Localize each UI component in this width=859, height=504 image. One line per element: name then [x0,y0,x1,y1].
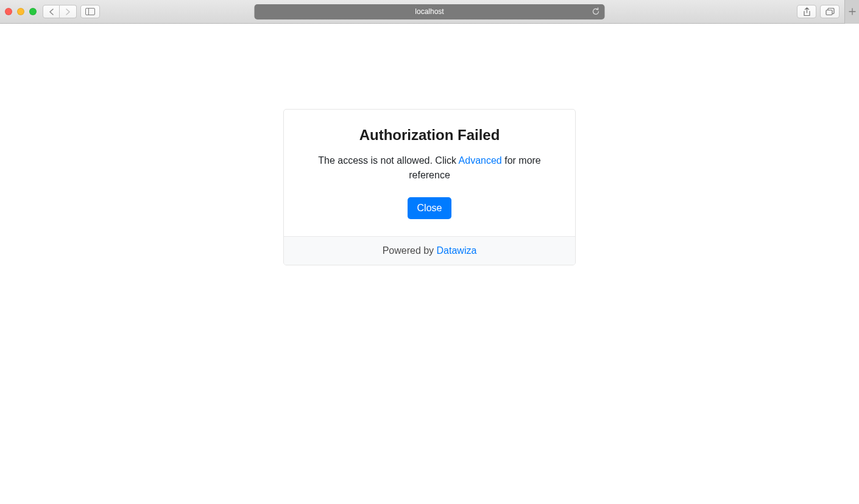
address-bar[interactable]: localhost [255,4,605,19]
page-content: Authorization Failed The access is not a… [0,24,859,504]
toolbar-right [797,0,854,24]
forward-button[interactable] [60,5,77,18]
plus-icon [849,8,856,15]
reload-button[interactable] [592,7,600,16]
share-icon [803,7,811,16]
chevron-right-icon [65,9,71,15]
browser-toolbar: localhost [0,0,859,24]
close-window-button[interactable] [5,8,12,15]
chevron-left-icon [49,9,54,15]
back-button[interactable] [43,5,60,18]
reload-icon [592,7,600,16]
dialog-message: The access is not allowed. Click Advance… [302,153,557,183]
tabs-button[interactable] [820,5,840,18]
window-controls [5,8,37,15]
dialog-body: Authorization Failed The access is not a… [284,110,575,236]
svg-rect-0 [86,9,95,15]
share-button[interactable] [797,5,816,18]
close-button[interactable]: Close [408,197,452,219]
dialog-title: Authorization Failed [302,127,557,144]
advanced-link[interactable]: Advanced [459,155,502,166]
svg-rect-2 [826,10,832,15]
navigation-buttons [43,5,77,18]
dialog-footer: Powered by Datawiza [284,236,575,265]
powered-by-text: Powered by [383,245,437,256]
authorization-dialog: Authorization Failed The access is not a… [283,109,576,265]
message-text-before: The access is not allowed. Click [318,155,458,166]
new-tab-button[interactable] [844,0,859,24]
url-text: localhost [415,7,444,16]
tabs-icon [825,8,835,16]
sidebar-icon [85,8,95,15]
maximize-window-button[interactable] [29,8,37,15]
minimize-window-button[interactable] [17,8,24,15]
sidebar-toggle-button[interactable] [80,5,100,18]
brand-link[interactable]: Datawiza [437,245,477,256]
